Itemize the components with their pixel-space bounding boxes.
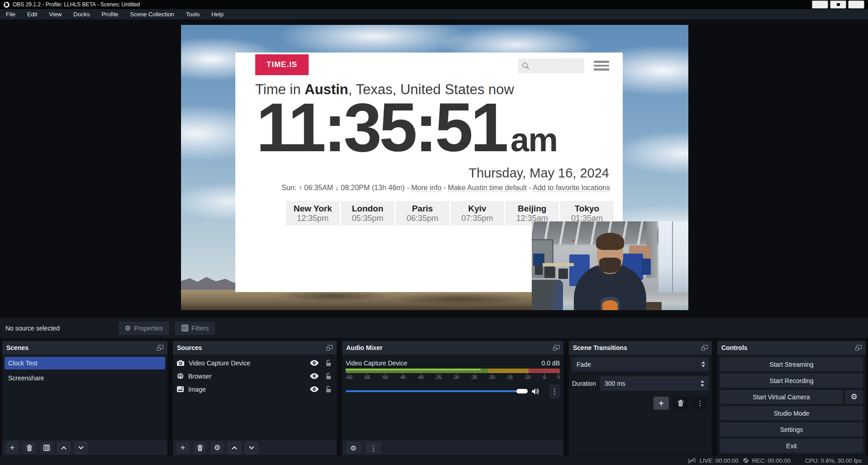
move-source-down-button[interactable] [245, 442, 258, 454]
lock-icon[interactable] [326, 373, 331, 379]
rec-time: REC: 00:00:00 [752, 457, 791, 464]
popout-icon[interactable] [326, 345, 333, 350]
transition-properties-button[interactable]: ⋮ [692, 397, 708, 410]
exit-button[interactable]: Exit [720, 439, 863, 453]
city-kyiv: Kyiv07:35pm [451, 201, 504, 225]
image-icon [177, 386, 184, 392]
move-source-up-button[interactable] [228, 442, 241, 454]
menu-profile[interactable]: Profile [95, 9, 124, 19]
filter-icon [43, 445, 50, 451]
city-new-york: New York12:35pm [286, 201, 339, 225]
virtual-camera-settings-button[interactable]: ⚙ [845, 390, 863, 404]
properties-button[interactable]: ⚙ Properties [119, 321, 169, 335]
add-source-button[interactable]: + [176, 442, 189, 454]
scene-filters-button[interactable] [40, 442, 53, 454]
mixer-menu-button[interactable]: ⋮ [366, 442, 381, 454]
sun-times: Sun: ↑ 06:35AM ↓ 08:20PM (13h 46m) - [281, 184, 411, 192]
maximize-button[interactable] [830, 0, 846, 9]
close-icon: × [854, 1, 858, 8]
close-button[interactable]: × [848, 0, 864, 9]
remove-source-button[interactable] [194, 442, 206, 454]
menu-help[interactable]: Help [205, 9, 229, 19]
source-row-video-capture[interactable]: Video Capture Device [173, 356, 337, 369]
remove-scene-button[interactable] [23, 442, 36, 454]
visibility-eye-icon[interactable] [310, 386, 319, 392]
studio-mode-button[interactable]: Studio Mode [720, 406, 863, 420]
popout-icon[interactable] [701, 345, 708, 350]
gear-icon: ⚙ [125, 324, 131, 332]
menu-scene-collection[interactable]: Scene Collection [124, 9, 180, 19]
chevron-down-icon [78, 446, 84, 450]
start-recording-button[interactable]: Start Recording [720, 374, 863, 388]
visibility-eye-icon[interactable] [310, 373, 319, 379]
popout-icon[interactable] [157, 345, 163, 350]
move-scene-up-button[interactable] [57, 442, 70, 454]
more-info-link: More info [411, 184, 442, 192]
lock-icon[interactable] [326, 360, 331, 366]
speaker-icon [532, 388, 540, 395]
popout-icon[interactable] [553, 345, 559, 350]
popout-icon[interactable] [855, 345, 862, 350]
camera-icon [177, 360, 184, 366]
sun-sep: - [527, 184, 533, 192]
city-london: London05:35pm [341, 201, 394, 225]
source-row-image[interactable]: Image [173, 383, 337, 396]
controls-title: Controls [721, 344, 748, 351]
add-transition-button[interactable]: + [653, 397, 669, 410]
spin-down-icon[interactable] [701, 384, 704, 387]
preview-canvas[interactable]: TIME.IS Time in Austin, Texas, United St… [181, 25, 688, 310]
hamburger-menu-icon [594, 61, 609, 71]
volume-slider[interactable] [346, 388, 528, 394]
menu-edit[interactable]: Edit [21, 9, 43, 19]
advanced-audio-button[interactable]: ⚙ [346, 442, 361, 454]
spin-up-icon[interactable] [701, 380, 704, 383]
timeis-sun-line: Sun: ↑ 06:35AM ↓ 08:20PM (13h 46m) - Mor… [281, 184, 610, 192]
duration-label: Duration [572, 380, 596, 387]
trash-icon [197, 445, 203, 451]
chevron-down-icon [249, 446, 254, 450]
stream-inactive-icon [687, 457, 696, 464]
source-toolbar: No source selected ⚙ Properties Filters [0, 318, 868, 338]
scene-item-clock-test[interactable]: Clock Test [5, 357, 165, 369]
settings-button[interactable]: Settings [720, 422, 863, 436]
start-virtual-camera-button[interactable]: Start Virtual Camera [720, 390, 843, 404]
transition-select[interactable]: Fade [572, 357, 709, 371]
dock-panels: Scenes Clock Test Screenshare + Sources … [0, 340, 868, 456]
volume-slider-handle[interactable] [516, 389, 528, 393]
trash-icon [26, 445, 33, 451]
minimize-button[interactable] [812, 0, 828, 9]
add-scene-button[interactable]: + [6, 442, 19, 454]
meter-scale: -60-55-50-45-40-35-30-25-20-15-10-50 [346, 374, 560, 380]
menu-view[interactable]: View [43, 9, 67, 19]
chevron-up-icon [232, 446, 237, 450]
chevron-down-icon [701, 365, 705, 367]
maximize-icon [836, 3, 840, 6]
menu-docks[interactable]: Docks [67, 9, 95, 19]
menu-file[interactable]: File [0, 9, 21, 19]
source-row-browser[interactable]: Browser [173, 369, 337, 383]
move-scene-down-button[interactable] [75, 442, 87, 454]
menu-bar: File Edit View Docks Profile Scene Colle… [0, 9, 868, 19]
mixer-channel-menu-button[interactable]: ⋮ [549, 384, 560, 398]
status-bar: LIVE: 00:00:00 REC: 00:00:00 CPU: 0.6%, … [0, 456, 868, 465]
scene-item-screenshare[interactable]: Screenshare [5, 372, 165, 384]
webcam-window [658, 221, 688, 299]
visibility-eye-icon[interactable] [310, 360, 319, 366]
volume-meter [346, 369, 560, 373]
filters-button[interactable]: Filters [175, 321, 215, 335]
minimize-icon [818, 5, 822, 5]
remove-transition-button[interactable] [673, 397, 688, 410]
gear-icon: ⚙ [214, 444, 220, 451]
lock-icon[interactable] [326, 386, 331, 393]
make-default-link: Make Austin time default [448, 184, 527, 192]
source-properties-button[interactable]: ⚙ [211, 442, 224, 454]
gear-icon: ⚙ [850, 393, 857, 401]
mute-button[interactable] [532, 388, 540, 395]
search-icon [522, 62, 529, 70]
start-streaming-button[interactable]: Start Streaming [720, 357, 863, 371]
webcam-overlay [532, 221, 688, 310]
menu-tools[interactable]: Tools [180, 9, 205, 19]
city-paris: Paris06:35pm [396, 201, 449, 225]
duration-spinner[interactable]: 300 ms [600, 376, 709, 391]
mixer-level-db: 0.0 dB [542, 360, 560, 367]
